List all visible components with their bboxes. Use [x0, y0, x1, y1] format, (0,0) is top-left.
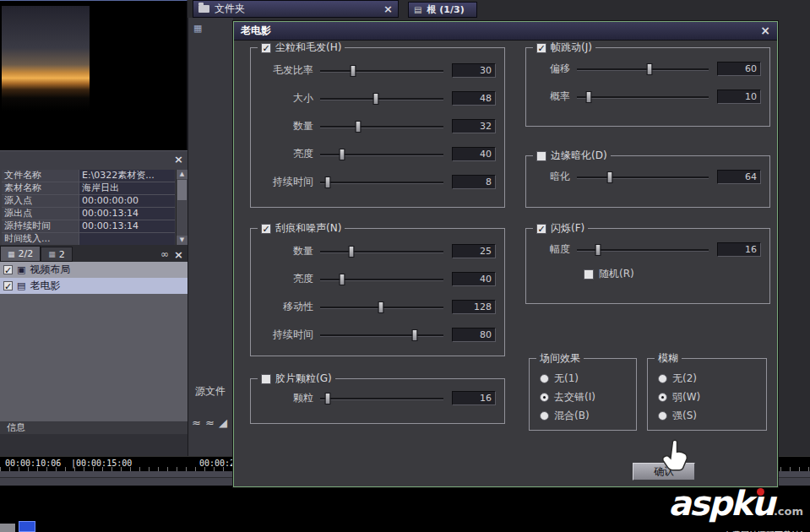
slider-value[interactable]: 80 — [452, 328, 496, 342]
slider-thumb[interactable] — [324, 176, 330, 188]
radio-option[interactable]: 弱(W) — [648, 388, 766, 406]
video-layout-icon: ▣ — [17, 264, 25, 275]
dialog-titlebar[interactable]: 老电影 × — [234, 22, 777, 41]
slider-thumb[interactable] — [351, 65, 356, 77]
slider-track[interactable] — [320, 64, 443, 78]
tree-root-icon[interactable]: ▦ — [193, 23, 202, 34]
group-frame-jitter: 帧跳动(J) 偏移 60 概率 10 — [525, 47, 770, 127]
slider-thumb[interactable] — [340, 149, 345, 160]
slider-row: 持续时间 8 — [256, 168, 496, 196]
folder-icon — [198, 5, 209, 13]
radio-button[interactable] — [540, 393, 549, 402]
slider-value[interactable]: 128 — [452, 300, 496, 314]
radio-option[interactable]: 无(1) — [530, 369, 636, 388]
scroll-down-icon[interactable]: ▼ — [177, 236, 188, 245]
radio-option[interactable]: 去交错(I) — [530, 388, 636, 406]
slider-thumb[interactable] — [646, 63, 652, 75]
effect-checkbox[interactable] — [3, 281, 13, 290]
effect-checkbox[interactable] — [3, 265, 13, 274]
slider-value[interactable]: 60 — [717, 62, 761, 76]
effect-label: 视频布局 — [30, 263, 70, 277]
scroll-up-icon[interactable]: ▲ — [177, 170, 188, 179]
slider-thumb[interactable] — [340, 274, 345, 285]
group-checkbox[interactable] — [261, 43, 271, 53]
source-file-label[interactable]: 源文件 — [195, 384, 226, 399]
slider-value[interactable]: 16 — [717, 242, 761, 257]
binoculars-icon[interactable]: ∞ — [160, 248, 169, 260]
scrollbar-thumb[interactable] — [177, 180, 187, 200]
slider-track[interactable] — [577, 62, 709, 76]
row-value: 海岸日出 — [79, 182, 175, 194]
clip-tab-active[interactable]: ▦ 2/2 — [0, 246, 41, 262]
radio-option[interactable]: 无(2) — [648, 369, 766, 388]
radio-button[interactable] — [540, 374, 549, 383]
slider-track[interactable] — [320, 301, 443, 314]
group-checkbox[interactable] — [261, 374, 271, 384]
radio-button[interactable] — [540, 411, 549, 421]
slider-track[interactable] — [320, 273, 443, 286]
radio-option[interactable]: 混合(B) — [530, 406, 636, 425]
fade-icon[interactable]: ◢ — [219, 416, 227, 429]
slider-value[interactable]: 10 — [717, 90, 761, 104]
group-edge-darken: 边缘暗化(D) 暗化 64 — [525, 155, 770, 208]
radio-button[interactable] — [658, 374, 667, 383]
radio-button[interactable] — [658, 393, 667, 402]
effect-item-video-layout[interactable]: ▣ 视频布局 — [0, 262, 188, 278]
close-icon[interactable]: × — [383, 3, 393, 14]
close-icon[interactable]: × — [174, 249, 183, 260]
waveform-icon[interactable]: ≈ — [192, 416, 201, 429]
slider-value[interactable]: 25 — [452, 244, 496, 258]
slider-track[interactable] — [320, 245, 443, 258]
slider-thumb[interactable] — [412, 329, 418, 341]
slider-value[interactable]: 64 — [717, 170, 761, 184]
random-checkbox[interactable] — [584, 269, 594, 280]
slider-track[interactable] — [320, 120, 443, 133]
dialog-close-icon[interactable]: × — [760, 25, 770, 36]
radio-option[interactable]: 强(S) — [648, 406, 766, 425]
logo-dot — [757, 488, 764, 496]
slider-track[interactable] — [320, 328, 443, 342]
slider-thumb[interactable] — [372, 93, 378, 105]
clip-tab[interactable]: ▦ 2 — [41, 247, 73, 262]
slider-track[interactable] — [320, 92, 443, 106]
scrollbar[interactable]: ▲ ▼ — [176, 170, 188, 245]
slider-track[interactable] — [320, 176, 443, 189]
taskbar-button[interactable] — [0, 524, 15, 532]
random-label: 随机(R) — [599, 267, 634, 281]
slider-thumb[interactable] — [378, 301, 383, 313]
slider-thumb[interactable] — [586, 91, 592, 103]
slider-thumb[interactable] — [356, 121, 362, 133]
slider-thumb[interactable] — [324, 393, 330, 404]
close-icon[interactable]: × — [174, 154, 183, 165]
slider-track[interactable] — [320, 148, 443, 161]
slider-value[interactable]: 40 — [452, 272, 496, 286]
slider-value[interactable]: 40 — [452, 147, 496, 161]
slider-value[interactable]: 48 — [452, 91, 496, 106]
tab-folder-label: 文件夹 — [215, 2, 378, 16]
tab-folder-window[interactable]: 文件夹 × — [193, 0, 399, 18]
slider-track[interactable] — [577, 90, 709, 104]
slider-track[interactable] — [577, 243, 709, 257]
group-checkbox[interactable] — [261, 224, 271, 234]
slider-thumb[interactable] — [607, 171, 613, 183]
slider-value[interactable]: 8 — [452, 175, 496, 189]
slider-label: 数量 — [256, 244, 320, 258]
effect-label: 老电影 — [30, 279, 60, 293]
tab-root-bin[interactable]: ▤ 根 (1/3) — [408, 2, 477, 18]
slider-thumb[interactable] — [595, 244, 601, 256]
waveform-icon[interactable]: ≈ — [205, 416, 215, 429]
effect-item-old-movie[interactable]: ▤ 老电影 — [0, 278, 188, 294]
group-checkbox[interactable] — [536, 151, 546, 161]
group-checkbox[interactable] — [536, 43, 546, 53]
slider-thumb[interactable] — [348, 246, 354, 258]
slider-track[interactable] — [577, 171, 709, 184]
slider-track[interactable] — [320, 392, 443, 405]
radio-button[interactable] — [658, 411, 667, 421]
info-tab[interactable]: 信息 — [0, 421, 188, 434]
slider-value[interactable]: 32 — [452, 119, 496, 133]
group-checkbox[interactable] — [536, 224, 546, 234]
slider-value[interactable]: 16 — [452, 391, 496, 405]
slider-value[interactable]: 30 — [452, 63, 496, 78]
taskbar-button-active[interactable] — [19, 521, 35, 532]
random-checkbox-row[interactable]: 随机(R) — [584, 267, 761, 281]
